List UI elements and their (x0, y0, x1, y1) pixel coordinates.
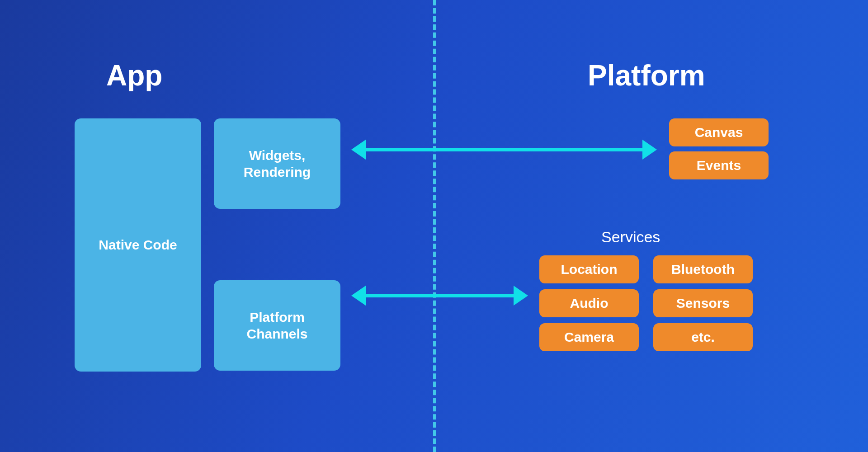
pill-camera: Camera (539, 323, 639, 351)
pill-bluetooth: Bluetooth (653, 255, 753, 283)
pill-canvas: Canvas (669, 118, 769, 146)
box-platform-channels: Platform Channels (214, 280, 340, 371)
arrow-channels-to-services (364, 294, 515, 297)
heading-platform: Platform (588, 59, 705, 92)
pill-etc: etc. (653, 323, 753, 351)
pill-sensors: Sensors (653, 289, 753, 317)
pill-audio: Audio (539, 289, 639, 317)
pill-location: Location (539, 255, 639, 283)
heading-app: App (106, 59, 162, 92)
divider-dashed (433, 0, 436, 452)
pill-events: Events (669, 151, 769, 179)
arrow-widgets-to-canvas (364, 148, 644, 151)
box-widgets-rendering: Widgets, Rendering (214, 118, 340, 209)
box-native-code: Native Code (75, 118, 201, 372)
label-services: Services (601, 228, 660, 246)
